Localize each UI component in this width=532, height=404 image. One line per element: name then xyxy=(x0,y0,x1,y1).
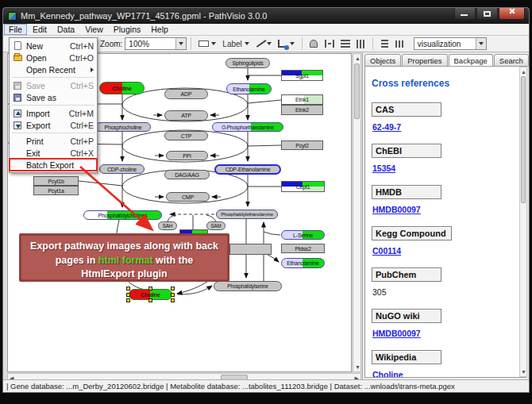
tab-backpage[interactable]: Backpage xyxy=(449,54,493,67)
node-sah[interactable]: SAH xyxy=(158,221,177,230)
panel-vertical-scrollbar[interactable]: ▲ ▼ xyxy=(519,67,527,377)
xref-section-pubchem: PubChem 305 xyxy=(372,267,518,297)
node-ppi[interactable]: PPi xyxy=(166,151,208,160)
zoom-combo[interactable]: 100% xyxy=(125,37,187,50)
maximize-button[interactable] xyxy=(476,8,498,20)
minimize-button[interactable] xyxy=(454,8,476,20)
menu-file[interactable]: File xyxy=(4,24,27,35)
menu-help[interactable]: Help xyxy=(146,24,173,35)
stack-vertical-button[interactable] xyxy=(338,37,353,51)
toolbar-separator xyxy=(372,37,373,50)
menu-separator xyxy=(12,105,94,106)
node-pcyt2[interactable]: Pcyt2 xyxy=(281,140,323,150)
node-etnk2[interactable]: Etnk2 xyxy=(281,105,323,115)
xref-link[interactable]: 15354 xyxy=(372,164,518,173)
xref-link[interactable]: Choline xyxy=(372,370,518,378)
status-bar: | Gene database: ...m_Derby_20120602.bri… xyxy=(3,379,529,392)
node-pcyt1b[interactable]: Pcyt1b xyxy=(33,176,79,186)
tab-properties[interactable]: Properties xyxy=(402,54,447,67)
selection-handle[interactable] xyxy=(126,298,130,302)
xref-link[interactable]: HMDB00097 xyxy=(372,205,518,214)
node-ethanolamine-bottom[interactable]: Ethanolamine xyxy=(281,258,325,268)
node-phosphocholine[interactable]: Phosphocholine xyxy=(95,122,151,132)
datanode-template-button[interactable] xyxy=(196,37,218,51)
align-center-button[interactable] xyxy=(307,37,321,51)
file-menu-import[interactable]: Import Ctrl+M xyxy=(10,107,97,119)
panel-tabs: Objects Properties Backpage Search Legen… xyxy=(364,54,526,67)
node-ptdss2[interactable]: Ptdss2 xyxy=(281,244,325,253)
file-menu-open-recent[interactable]: Open Recent xyxy=(10,63,97,75)
node-choline-top[interactable]: Choline xyxy=(99,82,145,94)
distribute-button[interactable] xyxy=(393,37,407,51)
tab-objects[interactable]: Objects xyxy=(364,54,401,67)
node-etnk1[interactable]: Etnk1 xyxy=(281,94,323,105)
annotation-highlight: html format xyxy=(98,255,153,266)
connector-tool-button[interactable] xyxy=(276,37,297,51)
node-phosphatidylcholines[interactable]: Phosphatidylcholines xyxy=(83,210,162,220)
align-middle-button[interactable] xyxy=(322,37,337,51)
export-icon xyxy=(12,121,23,130)
file-menu-print[interactable]: Print Ctrl+P xyxy=(10,135,97,147)
node-l-serine[interactable]: L-Serine xyxy=(281,230,325,240)
node-phosphatidylserine[interactable]: Phosphatidylserine xyxy=(214,281,282,291)
node-phosphatidylethanolamine[interactable]: Phosphatidylethanolamine xyxy=(216,210,278,219)
node-sgpl1[interactable]: Sgpl1 xyxy=(281,70,323,81)
menu-plugins[interactable]: Plugins xyxy=(109,24,145,35)
selection-handle[interactable] xyxy=(171,287,175,290)
title-bar[interactable]: Mm_Kennedy_pathway_WP1771_45176.gpml - P… xyxy=(3,8,529,24)
align-left-button[interactable] xyxy=(378,37,391,51)
node-sphingolipids[interactable]: Sphingolipids xyxy=(226,58,270,68)
chevron-down-icon[interactable] xyxy=(175,38,186,49)
node-cmp[interactable]: CMP xyxy=(166,192,210,202)
file-menu-open[interactable]: Open Ctrl+O xyxy=(10,52,97,63)
node-cdp-choline[interactable]: CDP-choline xyxy=(99,164,145,174)
selection-handle[interactable] xyxy=(126,293,130,297)
node-adp[interactable]: ADP xyxy=(164,89,208,99)
selection-handle[interactable] xyxy=(148,287,152,290)
node-choline-bottom-selected[interactable]: Choline xyxy=(129,289,172,300)
selection-handle[interactable] xyxy=(126,287,130,290)
node-ethanolamine-top[interactable]: Ethanolamine xyxy=(226,83,272,94)
node-o-phosphoethanolamine[interactable]: O-Phosphoethanolamine xyxy=(212,122,283,132)
selection-handle[interactable] xyxy=(171,293,175,297)
stack-vertical-icon xyxy=(341,40,350,48)
xref-link[interactable]: C00114 xyxy=(372,246,518,256)
xref-header: CAS xyxy=(372,102,441,117)
node-atp[interactable]: ATP xyxy=(164,110,208,121)
line-tool-button[interactable] xyxy=(253,37,274,51)
screenshot-frame: Mm_Kennedy_pathway_WP1771_45176.gpml - P… xyxy=(0,0,532,404)
file-menu-export[interactable]: Export Ctrl+E xyxy=(10,119,97,131)
file-menu-save-as[interactable]: Save as xyxy=(10,91,97,103)
selection-handle[interactable] xyxy=(171,298,175,302)
node-cept1[interactable]: Cept1 xyxy=(281,181,325,192)
file-menu-new[interactable]: New Ctrl+N xyxy=(10,40,97,52)
close-button[interactable] xyxy=(499,8,525,20)
xref-link[interactable]: 62-49-7 xyxy=(372,122,518,132)
file-menu-batch-export[interactable]: Batch Export xyxy=(10,159,97,171)
elbow-connector-icon xyxy=(278,40,287,48)
node-dag-aag[interactable]: DAG/AAG xyxy=(164,170,210,179)
stack-horizontal-button[interactable] xyxy=(354,37,368,51)
submenu-arrow-icon xyxy=(91,67,94,72)
unlabeled-gene-box[interactable] xyxy=(229,244,272,255)
visualization-combo[interactable]: visualization xyxy=(414,37,487,50)
chevron-down-icon[interactable] xyxy=(476,38,486,49)
xref-header: Wikipedia xyxy=(372,350,441,364)
node-sam[interactable]: SAM xyxy=(206,221,226,230)
menu-edit[interactable]: Edit xyxy=(28,24,52,35)
file-menu-exit[interactable]: Exit Ctrl+X xyxy=(10,147,97,159)
menu-view[interactable]: View xyxy=(80,24,108,35)
xref-header: PubChem xyxy=(372,267,441,282)
window-title: Mm_Kennedy_pathway_WP1771_45176.gpml - P… xyxy=(21,11,267,21)
file-menu-save: Save Ctrl+S xyxy=(10,79,97,91)
selection-handle[interactable] xyxy=(148,298,152,302)
xref-header: Kegg Compound xyxy=(372,226,452,240)
node-cdp-ethanolamine[interactable]: CDP-Ethanolamine xyxy=(214,164,281,175)
menu-data[interactable]: Data xyxy=(52,24,79,35)
node-ctp[interactable]: CTP xyxy=(164,131,208,140)
node-pcyt1a[interactable]: Pcyt1a xyxy=(33,186,79,195)
canvas-vertical-scrollbar[interactable]: ▲ ▼ xyxy=(353,53,361,372)
label-template-button[interactable]: Label xyxy=(220,37,251,51)
xref-link[interactable]: HMDB00097 xyxy=(372,329,518,338)
tab-search[interactable]: Search xyxy=(494,54,529,67)
